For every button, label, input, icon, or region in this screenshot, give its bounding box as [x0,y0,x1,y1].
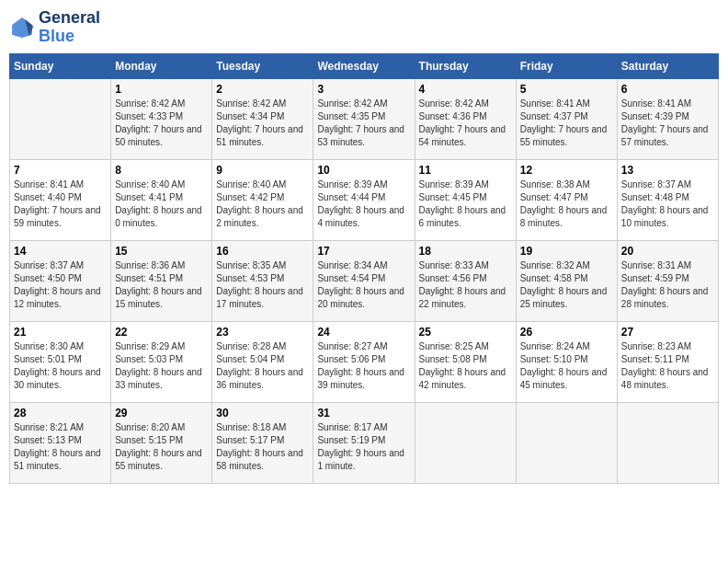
day-number: 8 [115,164,208,177]
day-cell: 8Sunrise: 8:40 AMSunset: 4:41 PMDaylight… [111,159,212,240]
logo: General Blue [9,9,100,46]
logo-text: General Blue [39,9,100,46]
day-number: 17 [317,245,410,258]
day-cell: 27Sunrise: 8:23 AMSunset: 5:11 PMDayligh… [617,321,718,402]
day-cell: 3Sunrise: 8:42 AMSunset: 4:35 PMDaylight… [313,78,415,159]
page-header: General Blue [9,9,719,46]
day-number: 6 [621,83,714,96]
day-number: 19 [520,245,613,258]
day-number: 31 [317,407,410,419]
day-info: Sunrise: 8:42 AMSunset: 4:33 PMDaylight:… [115,98,208,149]
day-cell: 7Sunrise: 8:41 AMSunset: 4:40 PMDaylight… [10,159,111,240]
day-cell: 30Sunrise: 8:18 AMSunset: 5:17 PMDayligh… [212,402,313,483]
day-cell: 14Sunrise: 8:37 AMSunset: 4:50 PMDayligh… [10,240,111,321]
day-number: 28 [14,407,107,419]
day-number: 27 [621,326,714,339]
day-info: Sunrise: 8:24 AMSunset: 5:10 PMDaylight:… [520,340,613,392]
day-info: Sunrise: 8:23 AMSunset: 5:11 PMDaylight:… [621,340,714,392]
day-number: 15 [115,245,208,258]
day-info: Sunrise: 8:18 AMSunset: 5:17 PMDaylight:… [216,421,309,473]
day-info: Sunrise: 8:42 AMSunset: 4:35 PMDaylight:… [317,98,410,149]
day-number: 14 [14,245,107,258]
day-cell: 1Sunrise: 8:42 AMSunset: 4:33 PMDaylight… [111,78,212,159]
day-cell: 15Sunrise: 8:36 AMSunset: 4:51 PMDayligh… [111,240,212,321]
day-info: Sunrise: 8:41 AMSunset: 4:40 PMDaylight:… [14,178,107,230]
day-cell: 6Sunrise: 8:41 AMSunset: 4:39 PMDaylight… [617,78,718,159]
day-cell [617,402,718,483]
day-info: Sunrise: 8:31 AMSunset: 4:59 PMDaylight:… [621,259,714,311]
day-info: Sunrise: 8:20 AMSunset: 5:15 PMDaylight:… [115,421,208,473]
week-row-4: 21Sunrise: 8:30 AMSunset: 5:01 PMDayligh… [10,321,719,402]
calendar-table: SundayMondayTuesdayWednesdayThursdayFrid… [9,53,719,484]
day-number: 16 [216,245,309,258]
day-number: 29 [115,407,208,419]
day-number: 21 [14,326,107,339]
day-info: Sunrise: 8:37 AMSunset: 4:50 PMDaylight:… [14,259,107,311]
day-info: Sunrise: 8:40 AMSunset: 4:42 PMDaylight:… [216,178,309,230]
day-cell: 23Sunrise: 8:28 AMSunset: 5:04 PMDayligh… [212,321,313,402]
day-cell: 31Sunrise: 8:17 AMSunset: 5:19 PMDayligh… [313,402,415,483]
column-header-monday: Monday [111,53,212,78]
day-info: Sunrise: 8:25 AMSunset: 5:08 PMDaylight:… [419,340,512,392]
day-cell [516,402,617,483]
day-info: Sunrise: 8:34 AMSunset: 4:54 PMDaylight:… [317,259,410,311]
day-cell: 19Sunrise: 8:32 AMSunset: 4:58 PMDayligh… [516,240,617,321]
day-cell: 25Sunrise: 8:25 AMSunset: 5:08 PMDayligh… [415,321,516,402]
day-info: Sunrise: 8:36 AMSunset: 4:51 PMDaylight:… [115,259,208,311]
day-number: 1 [115,83,208,96]
day-cell [415,402,516,483]
day-number: 25 [419,326,512,339]
calendar-header: SundayMondayTuesdayWednesdayThursdayFrid… [10,53,719,78]
day-cell: 12Sunrise: 8:38 AMSunset: 4:47 PMDayligh… [516,159,617,240]
day-info: Sunrise: 8:21 AMSunset: 5:13 PMDaylight:… [14,421,107,473]
day-number: 4 [419,83,512,96]
day-info: Sunrise: 8:32 AMSunset: 4:58 PMDaylight:… [520,259,613,311]
week-row-2: 7Sunrise: 8:41 AMSunset: 4:40 PMDaylight… [10,159,719,240]
day-info: Sunrise: 8:37 AMSunset: 4:48 PMDaylight:… [621,178,714,230]
day-cell: 26Sunrise: 8:24 AMSunset: 5:10 PMDayligh… [516,321,617,402]
day-info: Sunrise: 8:30 AMSunset: 5:01 PMDaylight:… [14,340,107,392]
day-number: 12 [520,164,613,177]
day-cell: 4Sunrise: 8:42 AMSunset: 4:36 PMDaylight… [415,78,516,159]
calendar-body: 1Sunrise: 8:42 AMSunset: 4:33 PMDaylight… [10,78,719,483]
day-cell: 10Sunrise: 8:39 AMSunset: 4:44 PMDayligh… [313,159,415,240]
day-number: 20 [621,245,714,258]
day-cell: 18Sunrise: 8:33 AMSunset: 4:56 PMDayligh… [415,240,516,321]
header-row: SundayMondayTuesdayWednesdayThursdayFrid… [10,53,719,78]
day-number: 26 [520,326,613,339]
day-cell: 24Sunrise: 8:27 AMSunset: 5:06 PMDayligh… [313,321,415,402]
day-number: 9 [216,164,309,177]
day-info: Sunrise: 8:28 AMSunset: 5:04 PMDaylight:… [216,340,309,392]
column-header-tuesday: Tuesday [212,53,313,78]
day-info: Sunrise: 8:33 AMSunset: 4:56 PMDaylight:… [419,259,512,311]
day-cell: 21Sunrise: 8:30 AMSunset: 5:01 PMDayligh… [10,321,111,402]
column-header-sunday: Sunday [10,53,111,78]
day-cell: 2Sunrise: 8:42 AMSunset: 4:34 PMDaylight… [212,78,313,159]
day-number: 24 [317,326,410,339]
day-cell: 13Sunrise: 8:37 AMSunset: 4:48 PMDayligh… [617,159,718,240]
column-header-wednesday: Wednesday [313,53,415,78]
day-cell: 20Sunrise: 8:31 AMSunset: 4:59 PMDayligh… [617,240,718,321]
day-info: Sunrise: 8:39 AMSunset: 4:44 PMDaylight:… [317,178,410,230]
column-header-saturday: Saturday [617,53,718,78]
day-info: Sunrise: 8:17 AMSunset: 5:19 PMDaylight:… [317,421,410,473]
day-info: Sunrise: 8:41 AMSunset: 4:39 PMDaylight:… [621,98,714,149]
day-number: 22 [115,326,208,339]
week-row-5: 28Sunrise: 8:21 AMSunset: 5:13 PMDayligh… [10,402,719,483]
day-cell: 16Sunrise: 8:35 AMSunset: 4:53 PMDayligh… [212,240,313,321]
day-info: Sunrise: 8:40 AMSunset: 4:41 PMDaylight:… [115,178,208,230]
week-row-3: 14Sunrise: 8:37 AMSunset: 4:50 PMDayligh… [10,240,719,321]
day-cell: 29Sunrise: 8:20 AMSunset: 5:15 PMDayligh… [111,402,212,483]
day-info: Sunrise: 8:29 AMSunset: 5:03 PMDaylight:… [115,340,208,392]
day-number: 10 [317,164,410,177]
day-info: Sunrise: 8:42 AMSunset: 4:36 PMDaylight:… [419,98,512,149]
day-number: 13 [621,164,714,177]
column-header-thursday: Thursday [415,53,516,78]
day-cell: 9Sunrise: 8:40 AMSunset: 4:42 PMDaylight… [212,159,313,240]
day-info: Sunrise: 8:38 AMSunset: 4:47 PMDaylight:… [520,178,613,230]
day-info: Sunrise: 8:35 AMSunset: 4:53 PMDaylight:… [216,259,309,311]
day-info: Sunrise: 8:41 AMSunset: 4:37 PMDaylight:… [520,98,613,149]
day-cell [10,78,111,159]
day-number: 23 [216,326,309,339]
day-cell: 5Sunrise: 8:41 AMSunset: 4:37 PMDaylight… [516,78,617,159]
